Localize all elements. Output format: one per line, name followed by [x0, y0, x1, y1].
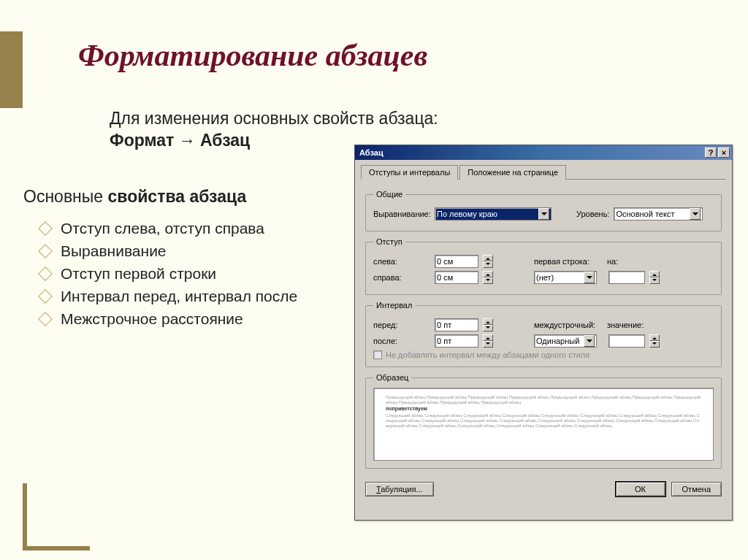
diamond-icon	[38, 289, 53, 304]
button-row: Табуляция... ОК Отмена	[355, 476, 732, 504]
bullet-text: Отступ слева, отступ справа	[61, 220, 264, 237]
corner-decoration	[23, 483, 90, 551]
diamond-icon	[38, 266, 53, 281]
indent-left-label: слева:	[373, 257, 430, 266]
firstline-combo[interactable]: (нет)	[534, 271, 597, 284]
interval-value-spinner[interactable]	[649, 334, 660, 348]
indent-right-input[interactable]	[435, 271, 478, 284]
tab-indents[interactable]: Отступы и интервалы	[361, 165, 458, 180]
preview-area: Предыдущий абзац Предыдущий абзац Предыд…	[373, 388, 714, 461]
list-item: Межстрочное расстояние	[40, 310, 297, 328]
firstline-on-spinner[interactable]	[649, 271, 660, 284]
preview-prev: Предыдущий абзац Предыдущий абзац Предыд…	[386, 395, 701, 405]
linespacing-value: Одинарный	[536, 337, 579, 345]
chevron-down-icon[interactable]	[690, 208, 701, 220]
indent-left-spinner[interactable]	[483, 255, 493, 268]
legend-general: Общие	[373, 190, 405, 199]
chevron-down-icon[interactable]	[584, 335, 595, 347]
tabstops-label: абуляция...	[381, 485, 422, 494]
firstline-on-input[interactable]	[608, 271, 645, 284]
list-item: Отступ слева, отступ справа	[40, 220, 297, 237]
indent-right-spinner[interactable]	[483, 271, 493, 284]
help-button[interactable]: ?	[705, 147, 717, 158]
bullet-text: Выравнивание	[61, 242, 167, 260]
indent-left-input[interactable]	[435, 255, 478, 268]
checkbox-label: Не добавлять интервал между абзацами одн…	[386, 350, 589, 359]
legend-indent: Отступ	[373, 237, 405, 246]
checkbox-box-icon	[373, 350, 382, 359]
group-indent: Отступ слева: первая строка: на: справа:…	[365, 237, 722, 295]
after-label: после:	[373, 337, 430, 345]
group-interval: Интервал перед: междустрочный: значение:…	[365, 301, 722, 367]
indent-right-label: справа:	[373, 273, 430, 282]
after-spinner[interactable]	[483, 334, 493, 348]
ok-button[interactable]: ОК	[616, 482, 665, 496]
alignment-value: По левому краю	[437, 210, 497, 218]
interval-value-input[interactable]	[608, 334, 645, 348]
before-spinner[interactable]	[483, 318, 493, 331]
before-label: перед:	[373, 321, 430, 329]
titlebar[interactable]: Абзац ? ×	[355, 145, 732, 160]
section-heading: Основные свойства абзаца	[23, 187, 246, 207]
diamond-icon	[38, 244, 53, 258]
legend-interval: Интервал	[373, 301, 415, 310]
after-input[interactable]	[435, 334, 478, 348]
group-general: Общие Выравнивание: По левому краю Урове…	[365, 190, 722, 231]
tab-page-position[interactable]: Положение на странице	[459, 165, 566, 180]
subtitle-line1: Для изменения основных свойств абзаца:	[110, 108, 438, 130]
section-heading-prefix: Основные	[23, 187, 108, 206]
linespacing-combo[interactable]: Одинарный	[534, 334, 597, 348]
accent-block	[0, 31, 23, 108]
list-item: Отступ первой строки	[40, 265, 297, 283]
preview-current: поприветствуем	[386, 406, 701, 412]
firstline-label: первая строка:	[534, 257, 603, 266]
tab-strip: Отступы и интервалы Положение на страниц…	[361, 164, 726, 180]
list-item: Интервал перед, интервал после	[40, 288, 297, 305]
section-heading-strong: свойства абзаца	[108, 187, 247, 206]
close-button[interactable]: ×	[718, 147, 730, 158]
preview-next: Следующий абзац Следующий абзац Следующи…	[386, 413, 701, 429]
paragraph-dialog: Абзац ? × Отступы и интервалы Положение …	[354, 145, 733, 521]
alignment-combo[interactable]: По левому краю	[435, 207, 552, 220]
level-label: Уровень:	[576, 210, 609, 218]
chevron-down-icon[interactable]	[584, 272, 595, 283]
linespacing-label: междустрочный:	[534, 321, 603, 329]
interval-value-label: значение:	[607, 321, 644, 329]
same-style-checkbox[interactable]: Не добавлять интервал между абзацами одн…	[373, 350, 714, 359]
tabstops-button[interactable]: Табуляция...	[365, 482, 434, 496]
slide-title: Форматирование абзацев	[78, 38, 427, 73]
group-sample: Образец Предыдущий абзац Предыдущий абза…	[365, 373, 722, 469]
list-item: Выравнивание	[40, 242, 297, 260]
firstline-on-label: на:	[607, 257, 618, 266]
dialog-title: Абзац	[359, 148, 383, 157]
cancel-button[interactable]: Отмена	[671, 482, 722, 496]
bullet-text: Интервал перед, интервал после	[61, 288, 297, 305]
legend-sample: Образец	[373, 373, 411, 382]
bullet-text: Отступ первой строки	[61, 265, 216, 283]
alignment-label: Выравнивание:	[373, 210, 430, 218]
diamond-icon	[38, 221, 53, 236]
firstline-value: (нет)	[536, 273, 554, 282]
chevron-down-icon[interactable]	[538, 208, 549, 220]
before-input[interactable]	[435, 318, 478, 331]
diamond-icon	[38, 312, 53, 326]
bullet-list: Отступ слева, отступ справа Выравнивание…	[40, 215, 297, 333]
level-combo[interactable]: Основной текст	[614, 207, 703, 220]
level-value: Основной текст	[616, 210, 674, 218]
bullet-text: Межстрочное расстояние	[61, 310, 243, 328]
